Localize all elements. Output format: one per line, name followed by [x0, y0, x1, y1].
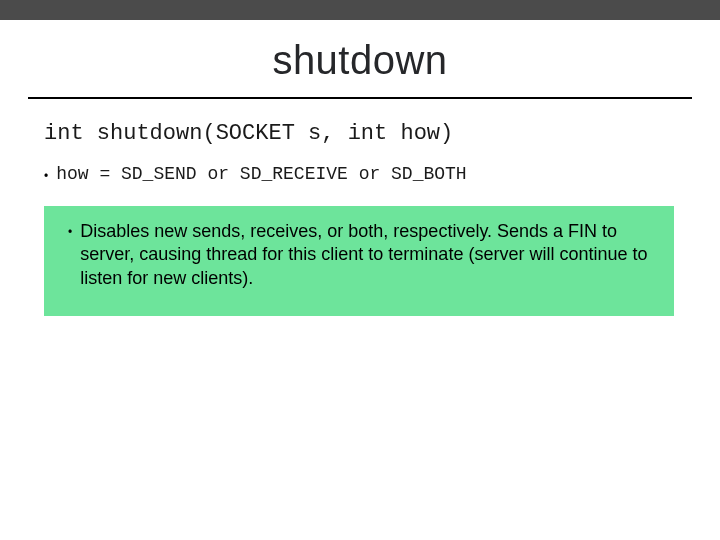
- slide-title: shutdown: [272, 38, 447, 83]
- description-text: Disables new sends, receives, or both, r…: [80, 220, 656, 290]
- function-signature: int shutdown(SOCKET s, int how): [44, 121, 686, 146]
- bullet-icon: •: [68, 220, 72, 244]
- highlight-inner: • Disables new sends, receives, or both,…: [62, 220, 656, 290]
- top-bar: [0, 0, 720, 20]
- how-bullet-row: • how = SD_SEND or SD_RECEIVE or SD_BOTH: [44, 164, 686, 188]
- title-wrap: shutdown: [0, 20, 720, 83]
- how-values: how = SD_SEND or SD_RECEIVE or SD_BOTH: [56, 164, 466, 184]
- bullet-icon: •: [44, 164, 48, 188]
- content-area: int shutdown(SOCKET s, int how) • how = …: [0, 99, 720, 316]
- highlight-box: • Disables new sends, receives, or both,…: [44, 206, 674, 316]
- slide: shutdown int shutdown(SOCKET s, int how)…: [0, 0, 720, 540]
